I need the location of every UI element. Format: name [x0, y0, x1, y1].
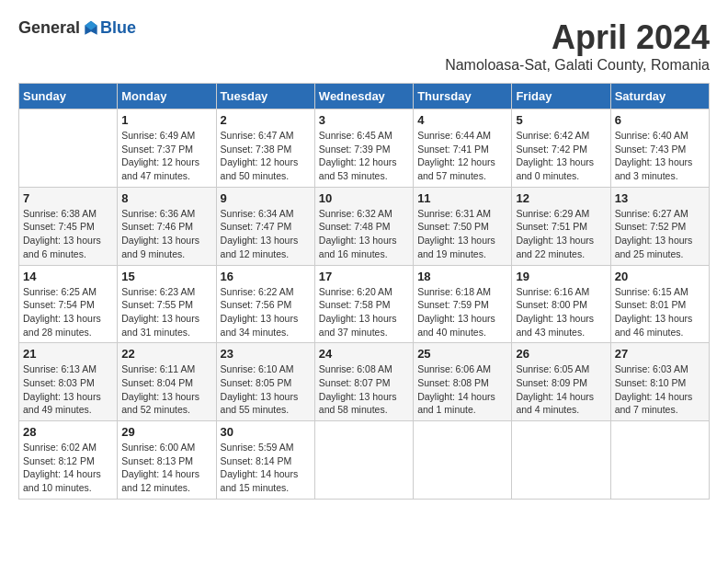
day-number: 14	[23, 270, 113, 283]
day-number: 15	[121, 270, 211, 283]
day-number: 23	[221, 347, 311, 361]
day-number: 7	[23, 191, 113, 205]
day-info: Sunrise: 6:10 AM Sunset: 8:05 PM Dayligh…	[221, 362, 311, 417]
calendar-cell: 30Sunrise: 5:59 AM Sunset: 8:14 PM Dayli…	[216, 421, 314, 500]
calendar-cell	[19, 109, 118, 188]
day-info: Sunrise: 6:02 AM Sunset: 8:12 PM Dayligh…	[23, 441, 113, 495]
day-number: 5	[516, 113, 606, 127]
day-info: Sunrise: 6:16 AM Sunset: 8:00 PM Dayligh…	[516, 285, 606, 339]
day-info: Sunrise: 6:22 AM Sunset: 7:56 PM Dayligh…	[221, 285, 311, 339]
calendar-header-thursday: Thursday	[414, 84, 512, 109]
calendar-cell: 2Sunrise: 6:47 AM Sunset: 7:38 PM Daylig…	[216, 109, 314, 188]
day-number: 12	[516, 191, 606, 205]
calendar-cell: 1Sunrise: 6:49 AM Sunset: 7:37 PM Daylig…	[118, 109, 216, 188]
day-number: 11	[417, 191, 507, 205]
calendar-header-sunday: Sunday	[19, 84, 118, 109]
day-number: 18	[417, 270, 507, 283]
calendar-week-1: 1Sunrise: 6:49 AM Sunset: 7:37 PM Daylig…	[19, 109, 710, 188]
day-number: 8	[121, 191, 211, 205]
day-number: 4	[417, 113, 507, 127]
day-number: 3	[319, 113, 409, 127]
day-info: Sunrise: 6:13 AM Sunset: 8:03 PM Dayligh…	[23, 362, 113, 417]
day-number: 16	[221, 270, 311, 283]
day-info: Sunrise: 6:31 AM Sunset: 7:50 PM Dayligh…	[417, 207, 507, 261]
calendar-cell: 3Sunrise: 6:45 AM Sunset: 7:39 PM Daylig…	[314, 109, 413, 188]
calendar-cell: 16Sunrise: 6:22 AM Sunset: 7:56 PM Dayli…	[216, 265, 314, 343]
day-info: Sunrise: 6:05 AM Sunset: 8:09 PM Dayligh…	[516, 362, 606, 417]
calendar-cell: 26Sunrise: 6:05 AM Sunset: 8:09 PM Dayli…	[512, 343, 610, 421]
calendar-cell: 27Sunrise: 6:03 AM Sunset: 8:10 PM Dayli…	[610, 343, 709, 421]
day-number: 28	[23, 425, 113, 439]
calendar-cell: 21Sunrise: 6:13 AM Sunset: 8:03 PM Dayli…	[19, 343, 118, 421]
day-info: Sunrise: 6:40 AM Sunset: 7:43 PM Dayligh…	[615, 129, 705, 183]
day-info: Sunrise: 6:32 AM Sunset: 7:48 PM Dayligh…	[319, 207, 409, 261]
calendar-cell: 22Sunrise: 6:11 AM Sunset: 8:04 PM Dayli…	[118, 343, 216, 421]
calendar-cell: 11Sunrise: 6:31 AM Sunset: 7:50 PM Dayli…	[414, 187, 512, 265]
day-info: Sunrise: 6:27 AM Sunset: 7:52 PM Dayligh…	[615, 207, 705, 261]
day-number: 26	[516, 347, 606, 361]
calendar-header-monday: Monday	[118, 84, 216, 109]
calendar-cell: 13Sunrise: 6:27 AM Sunset: 7:52 PM Dayli…	[610, 187, 709, 265]
calendar-cell: 6Sunrise: 6:40 AM Sunset: 7:43 PM Daylig…	[610, 109, 709, 188]
calendar-cell: 8Sunrise: 6:36 AM Sunset: 7:46 PM Daylig…	[118, 187, 216, 265]
day-info: Sunrise: 5:59 AM Sunset: 8:14 PM Dayligh…	[221, 441, 311, 495]
calendar-cell: 15Sunrise: 6:23 AM Sunset: 7:55 PM Dayli…	[118, 265, 216, 343]
month-title: April 2024	[445, 18, 710, 57]
calendar-cell: 12Sunrise: 6:29 AM Sunset: 7:51 PM Dayli…	[512, 187, 610, 265]
day-number: 13	[615, 191, 705, 205]
day-number: 30	[221, 425, 311, 439]
day-number: 2	[221, 113, 311, 127]
day-info: Sunrise: 6:34 AM Sunset: 7:47 PM Dayligh…	[221, 207, 311, 261]
day-info: Sunrise: 6:45 AM Sunset: 7:39 PM Dayligh…	[319, 129, 409, 183]
day-info: Sunrise: 6:08 AM Sunset: 8:07 PM Dayligh…	[319, 362, 409, 417]
location-subtitle: Namoloasa-Sat, Galati County, Romania	[445, 57, 710, 74]
day-info: Sunrise: 6:44 AM Sunset: 7:41 PM Dayligh…	[417, 129, 507, 183]
day-number: 21	[23, 347, 113, 361]
day-number: 10	[319, 191, 409, 205]
calendar-cell: 28Sunrise: 6:02 AM Sunset: 8:12 PM Dayli…	[19, 421, 118, 500]
calendar-cell: 24Sunrise: 6:08 AM Sunset: 8:07 PM Dayli…	[314, 343, 413, 421]
calendar-cell: 23Sunrise: 6:10 AM Sunset: 8:05 PM Dayli…	[216, 343, 314, 421]
day-info: Sunrise: 6:42 AM Sunset: 7:42 PM Dayligh…	[516, 129, 606, 183]
calendar-header-row: SundayMondayTuesdayWednesdayThursdayFrid…	[19, 84, 710, 109]
day-info: Sunrise: 6:03 AM Sunset: 8:10 PM Dayligh…	[615, 362, 705, 417]
calendar-header-tuesday: Tuesday	[216, 84, 314, 109]
calendar-cell: 18Sunrise: 6:18 AM Sunset: 7:59 PM Dayli…	[414, 265, 512, 343]
day-info: Sunrise: 6:23 AM Sunset: 7:55 PM Dayligh…	[121, 285, 211, 339]
day-number: 1	[121, 113, 211, 127]
day-number: 25	[417, 347, 507, 361]
page-header: General Blue April 2024 Namoloasa-Sat, G…	[18, 18, 710, 74]
calendar-week-4: 21Sunrise: 6:13 AM Sunset: 8:03 PM Dayli…	[19, 343, 710, 421]
day-number: 9	[221, 191, 311, 205]
day-info: Sunrise: 6:06 AM Sunset: 8:08 PM Dayligh…	[417, 362, 507, 417]
calendar-cell: 9Sunrise: 6:34 AM Sunset: 7:47 PM Daylig…	[216, 187, 314, 265]
logo-general-text: General	[18, 18, 80, 38]
calendar-week-5: 28Sunrise: 6:02 AM Sunset: 8:12 PM Dayli…	[19, 421, 710, 500]
day-number: 19	[516, 270, 606, 283]
day-info: Sunrise: 6:11 AM Sunset: 8:04 PM Dayligh…	[121, 362, 211, 417]
logo-icon	[82, 19, 100, 38]
calendar-cell: 17Sunrise: 6:20 AM Sunset: 7:58 PM Dayli…	[314, 265, 413, 343]
day-number: 29	[121, 425, 211, 439]
calendar-week-3: 14Sunrise: 6:25 AM Sunset: 7:54 PM Dayli…	[19, 265, 710, 343]
title-block: April 2024 Namoloasa-Sat, Galati County,…	[445, 18, 710, 74]
calendar-cell: 7Sunrise: 6:38 AM Sunset: 7:45 PM Daylig…	[19, 187, 118, 265]
calendar-header-friday: Friday	[512, 84, 610, 109]
calendar-cell	[610, 421, 709, 500]
calendar-body: 1Sunrise: 6:49 AM Sunset: 7:37 PM Daylig…	[19, 109, 710, 500]
logo: General Blue	[18, 18, 136, 38]
calendar-cell: 10Sunrise: 6:32 AM Sunset: 7:48 PM Dayli…	[314, 187, 413, 265]
calendar-cell: 20Sunrise: 6:15 AM Sunset: 8:01 PM Dayli…	[610, 265, 709, 343]
day-info: Sunrise: 6:47 AM Sunset: 7:38 PM Dayligh…	[221, 129, 311, 183]
calendar-cell	[314, 421, 413, 500]
day-number: 6	[615, 113, 705, 127]
day-number: 20	[615, 270, 705, 283]
day-info: Sunrise: 6:36 AM Sunset: 7:46 PM Dayligh…	[121, 207, 211, 261]
calendar-cell	[512, 421, 610, 500]
day-number: 22	[121, 347, 211, 361]
day-info: Sunrise: 6:38 AM Sunset: 7:45 PM Dayligh…	[23, 207, 113, 261]
day-number: 17	[319, 270, 409, 283]
calendar-header-wednesday: Wednesday	[314, 84, 413, 109]
day-info: Sunrise: 6:15 AM Sunset: 8:01 PM Dayligh…	[615, 285, 705, 339]
day-info: Sunrise: 6:29 AM Sunset: 7:51 PM Dayligh…	[516, 207, 606, 261]
